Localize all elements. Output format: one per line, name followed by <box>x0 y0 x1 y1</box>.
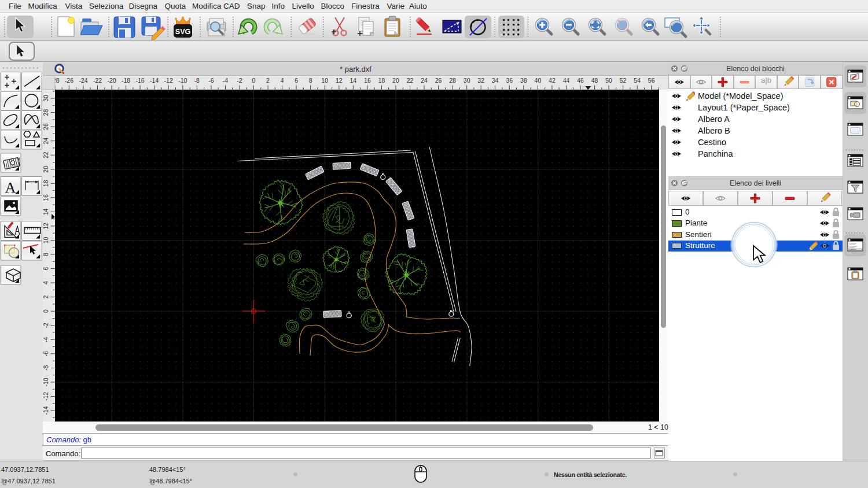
svg-text:-10: -10 <box>178 77 187 84</box>
svg-text:-24: -24 <box>79 77 87 84</box>
svg-text:-14: -14 <box>150 77 159 84</box>
svg-text:-22: -22 <box>93 77 102 84</box>
svg-text:-2: -2 <box>237 77 242 84</box>
svg-text:-6: -6 <box>208 77 214 84</box>
svg-text:56: 56 <box>648 77 655 84</box>
svg-text:12: 12 <box>43 223 49 230</box>
svg-text:20: 20 <box>392 77 399 84</box>
svg-text:30: 30 <box>43 95 49 102</box>
svg-text:-4: -4 <box>223 77 228 84</box>
svg-text:4: 4 <box>281 77 284 84</box>
svg-text:-6: -6 <box>43 351 49 356</box>
svg-text:18: 18 <box>43 180 49 187</box>
svg-text:24: 24 <box>421 77 428 84</box>
svg-text:30: 30 <box>464 77 470 84</box>
svg-text:-26: -26 <box>65 77 73 84</box>
svg-text:command: command <box>849 249 856 251</box>
svg-text:32: 32 <box>477 77 484 84</box>
svg-text:2: 2 <box>43 295 49 299</box>
svg-text:8: 8 <box>43 253 49 256</box>
svg-text:28: 28 <box>449 77 456 84</box>
svg-text:14: 14 <box>350 77 356 84</box>
svg-text:16: 16 <box>43 194 49 201</box>
svg-text:48: 48 <box>591 77 598 84</box>
svg-text:26: 26 <box>435 77 442 84</box>
svg-text:-18: -18 <box>122 77 130 84</box>
svg-text:-8: -8 <box>43 365 49 371</box>
svg-text:-12: -12 <box>43 392 49 401</box>
svg-text:22: 22 <box>407 77 414 84</box>
svg-text:50: 50 <box>605 77 612 84</box>
svg-text:40: 40 <box>535 77 542 84</box>
svg-text:22: 22 <box>43 151 49 158</box>
svg-text:18: 18 <box>378 77 385 84</box>
svg-text:42: 42 <box>549 77 556 84</box>
svg-text:24: 24 <box>43 138 49 145</box>
svg-text:-4: -4 <box>43 337 49 342</box>
svg-text:6: 6 <box>295 77 298 84</box>
svg-text:-14: -14 <box>43 406 49 415</box>
svg-text:12: 12 <box>336 77 343 84</box>
svg-text:-2: -2 <box>43 323 49 328</box>
svg-text:2: 2 <box>266 77 270 84</box>
svg-text:44: 44 <box>563 77 570 84</box>
svg-text:SVG: SVG <box>175 28 190 36</box>
svg-text:14: 14 <box>43 208 49 215</box>
svg-text:36: 36 <box>506 77 513 84</box>
svg-text:A: A <box>5 179 16 196</box>
svg-text:52: 52 <box>620 77 627 84</box>
svg-text:28: 28 <box>43 109 49 116</box>
svg-text:4: 4 <box>43 281 49 284</box>
svg-text:10: 10 <box>321 77 328 84</box>
svg-text:-20: -20 <box>108 77 116 84</box>
svg-text:-16: -16 <box>136 77 145 84</box>
svg-text:-10: -10 <box>43 378 49 386</box>
svg-text:-12: -12 <box>164 77 173 84</box>
svg-text:0: 0 <box>43 309 49 313</box>
svg-text:46: 46 <box>577 77 584 84</box>
svg-text:6: 6 <box>43 267 49 271</box>
svg-text:16: 16 <box>364 77 371 84</box>
svg-text:8: 8 <box>309 77 312 84</box>
svg-text:-8: -8 <box>194 77 200 84</box>
svg-text:20: 20 <box>43 166 49 173</box>
svg-text:0: 0 <box>252 77 256 84</box>
svg-text:38: 38 <box>520 77 527 84</box>
svg-text:26: 26 <box>43 123 49 130</box>
svg-text:54: 54 <box>634 77 641 84</box>
svg-text:10: 10 <box>43 237 49 244</box>
svg-text:34: 34 <box>492 77 499 84</box>
